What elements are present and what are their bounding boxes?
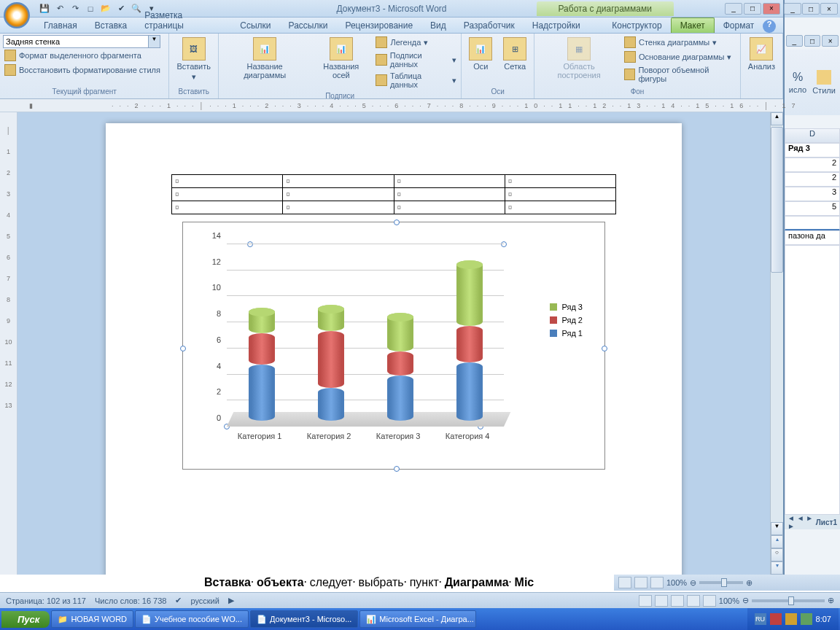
browse-prev-button[interactable]: ▴ bbox=[771, 535, 783, 548]
maximize-button[interactable]: □ bbox=[744, 3, 761, 15]
excel-sheet-tab[interactable]: Лист1 bbox=[816, 518, 837, 526]
excel-cell[interactable]: 2 bbox=[785, 172, 840, 187]
taskbar-doc1[interactable]: 📄 Учебное пособие WO... bbox=[135, 610, 249, 628]
word-table[interactable]: ¤¤¤¤ ¤¤¤¤ ¤¤¤¤ bbox=[171, 174, 616, 214]
outer-zoom-in[interactable]: ⊕ bbox=[828, 596, 834, 605]
taskbar-folder[interactable]: 📁 НОВАЯ WORD bbox=[51, 610, 133, 628]
outer-status-proof[interactable]: ✔ bbox=[175, 596, 182, 605]
new-icon[interactable]: □ bbox=[84, 2, 97, 15]
outer-zoom-slider[interactable] bbox=[752, 599, 825, 602]
data-labels-button[interactable]: Подписи данных ▾ bbox=[374, 50, 458, 70]
office-button[interactable] bbox=[4, 2, 30, 28]
vertical-scrollbar[interactable]: ▲ ▼ ▴ ○ ▾ bbox=[770, 112, 783, 575]
format-selection-button[interactable]: Формат выделенного фрагмента bbox=[3, 48, 166, 63]
excel-cell[interactable]: 3 bbox=[785, 187, 840, 201]
window-title: Документ3 - Microsoft Word bbox=[336, 4, 446, 14]
chart-floor-button[interactable]: Основание диаграммы ▾ bbox=[623, 50, 737, 64]
excel-max-btn[interactable]: □ bbox=[802, 3, 820, 15]
excel-close-btn[interactable]: × bbox=[820, 3, 838, 15]
outer-zoom-level[interactable]: 100% bbox=[719, 596, 739, 605]
scroll-down-button[interactable]: ▼ bbox=[771, 522, 783, 535]
browse-next-button[interactable]: ▾ bbox=[771, 561, 783, 575]
minimize-button[interactable]: _ bbox=[725, 3, 742, 15]
excel-view-layout[interactable] bbox=[634, 577, 648, 588]
plot-handle[interactable] bbox=[501, 241, 507, 247]
tab-chart-layout[interactable]: Макет bbox=[671, 18, 715, 33]
plot-handle[interactable] bbox=[247, 241, 253, 247]
gridlines-button[interactable]: ⊞Сетка bbox=[499, 35, 531, 73]
chart-object[interactable]: 02468101214Категория 1Категория 2Категор… bbox=[182, 222, 605, 470]
outer-status-lang[interactable]: русский bbox=[190, 596, 219, 605]
start-button[interactable]: Пуск bbox=[1, 611, 50, 628]
excel-view-normal[interactable] bbox=[618, 577, 631, 588]
tab-chart-design[interactable]: Конструктор bbox=[603, 18, 670, 33]
outer-view-1[interactable] bbox=[639, 595, 652, 607]
taskbar-doc-active[interactable]: 📄 Документ3 - Microso... bbox=[250, 610, 358, 628]
spelling-icon[interactable]: ✔ bbox=[114, 2, 128, 15]
chart-wall-button[interactable]: Стенка диаграммы ▾ bbox=[623, 35, 737, 50]
tray-icon[interactable] bbox=[770, 613, 782, 625]
windows-taskbar: Пуск 📁 НОВАЯ WORD 📄 Учебное пособие WO..… bbox=[0, 608, 840, 630]
outer-status-words[interactable]: Число слов: 16 738 bbox=[95, 596, 166, 605]
tab-review[interactable]: Рецензирование bbox=[336, 18, 421, 33]
chart-element-selector[interactable] bbox=[3, 35, 149, 48]
excel-series-header[interactable]: Ряд 3 bbox=[785, 143, 840, 158]
tab-view[interactable]: Вид bbox=[421, 18, 455, 33]
reset-style-button[interactable]: Восстановить форматирование стиля bbox=[3, 63, 166, 77]
data-table-button[interactable]: Таблица данных ▾ bbox=[374, 70, 458, 90]
tab-home[interactable]: Главная bbox=[35, 18, 86, 33]
tab-addins[interactable]: Надстройки bbox=[524, 18, 589, 33]
vertical-ruler[interactable]: │12345678910111213 bbox=[0, 112, 18, 575]
excel-col-header[interactable]: D bbox=[785, 128, 840, 143]
system-tray[interactable]: RU 8:07 bbox=[747, 608, 839, 630]
tab-references[interactable]: Ссылки bbox=[231, 18, 279, 33]
tab-chart-format[interactable]: Формат bbox=[715, 18, 763, 33]
scroll-thumb[interactable] bbox=[771, 127, 783, 273]
excel-styles-btn[interactable]: Стили bbox=[811, 50, 837, 115]
document-area[interactable]: ¤¤¤¤ ¤¤¤¤ ¤¤¤¤ 02468101214Категория 1Кат… bbox=[18, 112, 770, 575]
chart-element-dropdown[interactable]: ▼ bbox=[149, 35, 160, 48]
rotation-button[interactable]: Поворот объемной фигуры bbox=[623, 64, 737, 85]
close-button[interactable]: × bbox=[763, 3, 780, 15]
save-icon[interactable]: 💾 bbox=[38, 2, 51, 15]
redo-icon[interactable]: ↷ bbox=[69, 2, 82, 15]
excel-cell[interactable]: 5 bbox=[785, 201, 840, 216]
scroll-up-button[interactable]: ▲ bbox=[771, 112, 783, 125]
analysis-button[interactable]: 📈Анализ bbox=[744, 35, 779, 73]
help-icon[interactable]: ? bbox=[763, 20, 776, 33]
tab-mailings[interactable]: Рассылки bbox=[280, 18, 337, 33]
excel-view-break[interactable] bbox=[650, 577, 664, 588]
excel-doc-min[interactable]: _ bbox=[786, 35, 803, 47]
outer-zoom-out[interactable]: ⊖ bbox=[742, 596, 749, 605]
tray-lang-icon[interactable]: RU bbox=[755, 613, 766, 625]
outer-view-4[interactable] bbox=[687, 595, 700, 607]
undo-icon[interactable]: ↶ bbox=[53, 2, 66, 15]
tray-icon[interactable] bbox=[801, 613, 812, 625]
browse-object-button[interactable]: ○ bbox=[771, 548, 783, 561]
tab-insert[interactable]: Вставка bbox=[86, 18, 136, 33]
legend-button[interactable]: Легенда ▾ bbox=[374, 35, 458, 50]
chart-legend[interactable]: Ряд 3Ряд 2Ряд 1 bbox=[550, 303, 583, 342]
outer-status-macro[interactable]: ▶ bbox=[228, 596, 234, 605]
tab-pagelayout[interactable]: Разметка страницы bbox=[136, 8, 231, 33]
excel-doc-max[interactable]: □ bbox=[804, 35, 821, 47]
insert-button[interactable]: 🖼Вставить▾ bbox=[172, 35, 215, 84]
axes-button[interactable]: 📊Оси bbox=[464, 35, 497, 73]
tray-icon[interactable] bbox=[785, 613, 797, 625]
outer-view-3[interactable] bbox=[671, 595, 684, 607]
axis-titles-button[interactable]: 📊Названия осей bbox=[310, 35, 372, 82]
excel-cell[interactable]: 2 bbox=[785, 158, 840, 172]
outer-view-2[interactable] bbox=[655, 595, 668, 607]
outer-status-page[interactable]: Страница: 102 из 117 bbox=[6, 596, 86, 605]
horizontal-ruler[interactable]: ▮ ···2···1···│···1···2···3···4···5···6··… bbox=[0, 99, 783, 112]
excel-doc-close[interactable]: × bbox=[822, 35, 839, 47]
excel-min-btn[interactable]: _ bbox=[784, 3, 801, 15]
taskbar-excel[interactable]: 📊 Microsoft Excel - Диагра... bbox=[359, 610, 476, 628]
open-icon[interactable]: 📂 bbox=[99, 2, 112, 15]
tray-clock[interactable]: 8:07 bbox=[816, 615, 831, 623]
plot-area[interactable]: 02468101214Категория 1Категория 2Категор… bbox=[227, 244, 504, 427]
tab-developer[interactable]: Разработчик bbox=[455, 18, 524, 33]
excel-window-fragment: _ □ × _ □ × %исло Стили D Ряд 3 2 2 3 5 … bbox=[783, 0, 840, 591]
outer-view-5[interactable] bbox=[703, 595, 716, 607]
chart-title-button[interactable]: 📊Название диаграммы bbox=[222, 35, 308, 82]
